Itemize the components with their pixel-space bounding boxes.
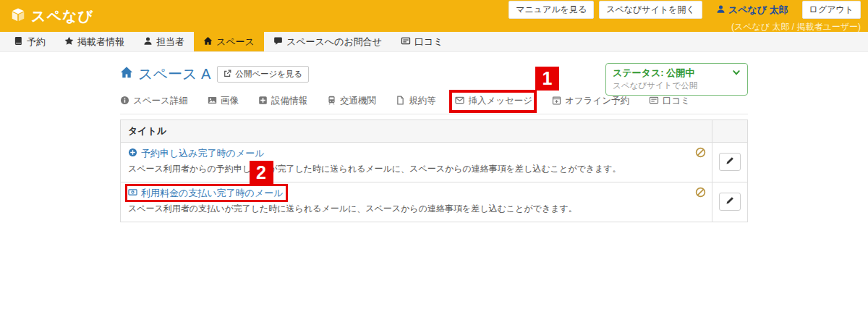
pencil-icon [726, 196, 734, 207]
info-icon [120, 96, 129, 107]
envelope-icon [455, 96, 464, 107]
chevron-down-icon [732, 68, 741, 79]
row-title: 予約申し込み完了時のメール [141, 147, 265, 160]
tab-facilities[interactable]: 設備情報 [258, 95, 307, 107]
page-title: スペース A [120, 64, 210, 84]
plus-square-icon [258, 96, 268, 107]
ban-icon [695, 147, 706, 161]
comment-icon [273, 36, 283, 48]
star-icon [64, 36, 74, 48]
table-row: 予約申し込み完了時のメール スペース利用者からの予約申し込みが完了した時に送られ… [121, 143, 748, 182]
status-label: ステータス: 公開中 [613, 67, 694, 80]
row-description: スペース利用者からの予約申し込みが完了した時に送られるメールに、スペースからの連… [128, 163, 705, 175]
page-title-text: スペース A [138, 64, 210, 84]
table-row: 2 利用料金の支払い完了時のメール スペース利用者の支払いが完了した時に送られる… [121, 182, 748, 222]
status-sub-label: スペなびサイトで公開 [613, 80, 741, 91]
tab-terms[interactable]: 規約等 [396, 95, 436, 107]
edit-button[interactable] [719, 193, 741, 211]
user-role-text: (スペなび 太郎 / 掲載者ユーザー) [731, 21, 861, 33]
tab-offline-reservation[interactable]: オフライン予約 [552, 95, 629, 107]
manual-button[interactable]: マニュアルを見る [509, 1, 594, 19]
tab-label: 設備情報 [271, 95, 307, 107]
view-public-page-label: 公開ページを見る [235, 69, 302, 80]
nav-item-space-inquiries[interactable]: スペースへのお問合せ [264, 32, 391, 51]
tab-label: 画像 [221, 95, 239, 107]
tab-label: 交通機関 [340, 95, 376, 107]
row-link-reservation-complete-mail[interactable]: 予約申し込み完了時のメール [128, 147, 265, 160]
nav-item-space[interactable]: スペース [194, 32, 264, 51]
cube-logo-icon [10, 7, 26, 26]
table-header-title: タイトル [121, 120, 712, 143]
document-icon [396, 96, 405, 107]
calendar-plus-icon [552, 96, 561, 107]
row-description: スペース利用者の支払いが完了した時に送られるメールに、スペースからの連絡事項を差… [128, 203, 705, 215]
nav-item-reviews[interactable]: 口コミ [391, 32, 453, 51]
person-icon [143, 36, 153, 48]
home-icon [203, 36, 213, 48]
app-logo: スペなび [10, 7, 93, 26]
tab-reviews[interactable]: 口コミ [649, 95, 690, 107]
nav-item-staff[interactable]: 担当者 [134, 32, 194, 51]
train-icon [327, 96, 336, 107]
tab-space-details[interactable]: スペース詳細 [120, 95, 188, 107]
open-site-button[interactable]: スペなびサイトを開く [599, 1, 702, 19]
app-header: スペなび マニュアルを見る スペなびサイトを開く スペなび 太郎 ログアウト (… [0, 0, 868, 32]
home-icon [120, 66, 133, 83]
tab-transportation[interactable]: 交通機関 [327, 95, 376, 107]
user-name: スペなび 太郎 [728, 4, 788, 17]
nav-label: スペースへのお問合せ [286, 35, 382, 49]
tab-label: 口コミ [663, 95, 690, 107]
external-link-icon [224, 70, 231, 79]
nav-label: 担当者 [156, 35, 184, 49]
view-public-page-button[interactable]: 公開ページを見る [217, 66, 309, 83]
logo-text: スペなび [31, 7, 93, 26]
book-icon [14, 36, 23, 48]
review-card-icon [649, 96, 659, 107]
main-nav: 予約 掲載者情報 担当者 スペース ス [0, 32, 868, 52]
tab-label: 挿入メッセージ [468, 95, 532, 107]
nav-item-publisher-info[interactable]: 掲載者情報 [55, 32, 134, 51]
insert-message-table: タイトル 予約申し込み完了時のメール スペース利用者からの予約申し込みが完了した… [120, 119, 748, 222]
table-header-actions [712, 120, 748, 143]
tab-insert-message[interactable]: 1 挿入メッセージ [455, 95, 532, 107]
nav-item-reservations[interactable]: 予約 [4, 32, 55, 51]
review-card-icon [401, 36, 411, 48]
user-menu[interactable]: スペなび 太郎 [716, 4, 788, 17]
row-title: 利用料金の支払い完了時のメール [141, 187, 284, 200]
nav-label: 掲載者情報 [77, 35, 124, 49]
ban-icon [695, 187, 706, 201]
plus-circle-icon [128, 148, 137, 159]
logout-button[interactable]: ログアウト [802, 1, 861, 19]
edit-button[interactable] [719, 153, 741, 171]
pencil-icon [726, 156, 734, 167]
row-link-payment-complete-mail[interactable]: 利用料金の支払い完了時のメール [128, 187, 284, 200]
status-dropdown[interactable]: ステータス: 公開中 スペなびサイトで公開 [605, 63, 748, 96]
tab-label: 規約等 [409, 95, 436, 107]
space-tabs: スペース詳細 画像 設備情報 [120, 95, 748, 114]
nav-label: スペース [216, 35, 255, 49]
tab-label: スペース詳細 [133, 95, 188, 107]
nav-label: 口コミ [414, 35, 443, 49]
content-area: スペース A 公開ページを見る ステータス: 公開中 スペなびサイトで公開 [120, 52, 748, 222]
image-icon [208, 96, 217, 107]
tab-images[interactable]: 画像 [208, 95, 239, 107]
person-icon [716, 4, 726, 16]
nav-label: 予約 [27, 35, 46, 49]
tab-label: オフライン予約 [565, 95, 629, 107]
payment-icon [128, 188, 137, 199]
